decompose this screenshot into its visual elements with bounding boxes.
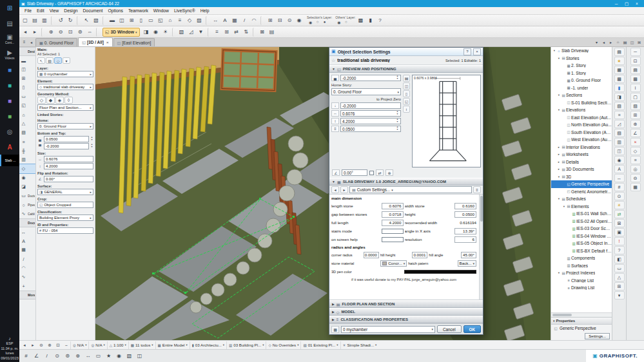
column-tool[interactable]: ▯: [19, 83, 35, 92]
renovation-filter-selector[interactable]: ▨ 01 Existing Pl... ▾: [300, 341, 340, 349]
menu-item[interactable]: Teamwork: [126, 7, 151, 15]
dimension-tool-icon[interactable]: ↔: [211, 16, 220, 25]
more-palette-icon[interactable]: ▾: [614, 291, 625, 300]
roof-tool-icon[interactable]: ⌂: [166, 16, 175, 25]
param-group-row[interactable]: radius and angles: [329, 243, 478, 251]
rotation-angle-field[interactable]: 0.00°: [342, 169, 367, 176]
snap-palette-icon[interactable]: ⊙: [614, 192, 625, 200]
quick-options-icon[interactable]: ≡: [213, 28, 222, 37]
height-field[interactable]: 0.0500: [454, 211, 476, 218]
tracker-icon[interactable]: ▭: [93, 351, 103, 361]
materials-palette-icon[interactable]: ▨: [614, 102, 625, 110]
zoom-in-icon[interactable]: ⊕: [46, 341, 54, 349]
menu-item[interactable]: Edit: [34, 7, 47, 15]
dimensions-palette-icon[interactable]: ↔: [614, 174, 625, 182]
layer-select[interactable]: ▩ 0 mychamber ▸: [37, 71, 93, 77]
position-na-2[interactable]: ◎ N/A ▾: [88, 341, 106, 349]
element-info-icon[interactable]: i: [630, 84, 641, 92]
scale-selector[interactable]: △ 1:100 ▾: [107, 341, 128, 349]
tree-item[interactable]: ◫ South Elevation (Au...: [551, 129, 612, 137]
menu-item[interactable]: View: [47, 7, 62, 15]
pan-icon[interactable]: ⇔: [85, 28, 94, 37]
selection-layer-show-icon[interactable]: ◉: [307, 19, 314, 25]
organizer-icon[interactable]: ▤: [268, 28, 277, 37]
stair-tool[interactable]: ≡: [19, 137, 35, 146]
navigator-back-icon[interactable]: ◂: [600, 39, 607, 46]
top-offset-field[interactable]: -0.2000: [44, 143, 89, 149]
position-na-1[interactable]: ◎ N/A ▾: [70, 341, 88, 349]
toolbar-icon[interactable]: [206, 16, 209, 25]
grid-palette-icon[interactable]: #: [614, 183, 625, 191]
preview-plan-icon[interactable]: ▤: [403, 75, 410, 82]
drafting-aids-icon[interactable]: ∠: [630, 129, 641, 137]
zoom-in-icon[interactable]: ⊕: [46, 28, 55, 37]
tree-item[interactable]: ◫ West Elevation (Aut...: [551, 136, 612, 144]
favorites-icon[interactable]: ☆: [331, 58, 335, 63]
layer-icon[interactable]: ▩: [331, 326, 339, 333]
beam-tool[interactable]: ▭: [19, 92, 35, 101]
infobox-arrow-icon[interactable]: ↖: [37, 57, 45, 64]
fill-tool[interactable]: ▦: [19, 245, 35, 254]
section-classification[interactable]: ▶ ≡ CLASSIFICATION AND PROPERTIES: [329, 316, 483, 323]
surfaces2-palette-icon[interactable]: ◧: [614, 255, 625, 263]
others-layer-hide-icon[interactable]: ○: [342, 19, 349, 25]
crop-select[interactable]: ◱ Object Cropped: [37, 202, 93, 208]
pick-up-parameters-icon[interactable]: ⊙: [285, 16, 294, 25]
stair-tool-icon[interactable]: ≡: [175, 16, 184, 25]
size-length-field[interactable]: 4.2000: [44, 163, 93, 169]
teamwork-palette-icon[interactable]: ⇄: [614, 210, 625, 218]
filter-elements-icon[interactable]: ▼: [197, 28, 206, 37]
capture-icon[interactable]: ◉: [114, 351, 124, 361]
text-tool[interactable]: A: [19, 236, 35, 245]
geometry-chain-icon[interactable]: ◊: [64, 97, 73, 104]
fit-in-window-icon[interactable]: ⊡: [66, 28, 75, 37]
selection-layer-lock-icon[interactable]: ●: [321, 19, 328, 25]
language-indicator[interactable]: ESP: [6, 341, 13, 346]
project-map-icon[interactable]: ⌂: [614, 39, 621, 46]
tree-item[interactable]: ≡ Change List: [551, 277, 612, 285]
others-layer-show-icon[interactable]: ◉: [335, 19, 342, 25]
tree-item[interactable]: ▥ IES-05 Object Inv...: [551, 240, 612, 247]
relative-coords-icon[interactable]: ↔: [83, 351, 93, 361]
stepper-icon[interactable]: ▴▾: [90, 144, 93, 149]
gravity-icon[interactable]: ∠: [32, 351, 41, 361]
element-select[interactable]: ◇ traditional slab driveway ▸: [37, 84, 93, 90]
tree-item[interactable]: ▾ ▤ Stories: [551, 55, 612, 62]
stepper-icon[interactable]: ▴▾: [396, 75, 399, 81]
tree-item[interactable]: ▾ ▤ Sections: [551, 91, 612, 99]
mirror-checkbox[interactable]: [369, 171, 374, 175]
publisher-icon[interactable]: ⊠: [636, 39, 643, 46]
classification-select[interactable]: Building Element Proxy ▸: [37, 214, 93, 221]
slab-tool-icon[interactable]: ◱: [156, 16, 165, 25]
lamp-tool[interactable]: ◉: [19, 173, 35, 182]
scroll-left-icon[interactable]: ◂: [21, 341, 28, 349]
coordinates-icon[interactable]: ⊕: [630, 120, 641, 128]
layers-palette-icon[interactable]: ▩: [614, 75, 625, 83]
tree-item[interactable]: ▸ ▤ 3D Documents: [551, 166, 612, 173]
pen-sets-icon[interactable]: ▮: [366, 16, 375, 25]
previous-page-icon[interactable]: ◂: [331, 186, 339, 193]
marquee-tool-icon[interactable]: ▧: [92, 16, 101, 25]
guide-lines-icon[interactable]: /: [42, 351, 52, 361]
toolbar-icon[interactable]: [172, 28, 175, 37]
close-dialog-button[interactable]: ×: [473, 48, 481, 55]
design-palette-icon[interactable]: ▤: [614, 48, 625, 56]
preview-zoom-icon[interactable]: ⊕: [385, 169, 393, 176]
infobox-object-icon[interactable]: ◇: [54, 57, 62, 64]
task-view-icon[interactable]: ▤: [0, 15, 19, 31]
pinned-app-blue[interactable]: ■: [0, 62, 19, 77]
stone-material-select[interactable]: Concr... ▾: [380, 260, 407, 267]
tree-item[interactable]: ▦ -1. under: [551, 84, 612, 92]
navigator-pin-icon[interactable]: ▾: [593, 39, 600, 46]
profiles-palette-icon[interactable]: ◿: [614, 120, 625, 128]
pinned-videos[interactable]: ▶ Videos: [0, 46, 19, 62]
selections-icon[interactable]: ▢: [630, 93, 641, 101]
view-settings-icon[interactable]: ◎: [630, 165, 641, 173]
preview-side-icon[interactable]: ▯: [403, 90, 410, 97]
stepper-icon[interactable]: ▴▾: [396, 126, 399, 131]
markup-entry-icon[interactable]: ▧: [124, 351, 134, 361]
surface-select[interactable]: ◨ GENERAL ▸: [37, 189, 93, 195]
length-stone-field[interactable]: 0.6076: [382, 203, 404, 209]
orbit-icon[interactable]: ⊚: [75, 28, 84, 37]
tree-item[interactable]: ▥ Surfaces: [551, 262, 612, 270]
